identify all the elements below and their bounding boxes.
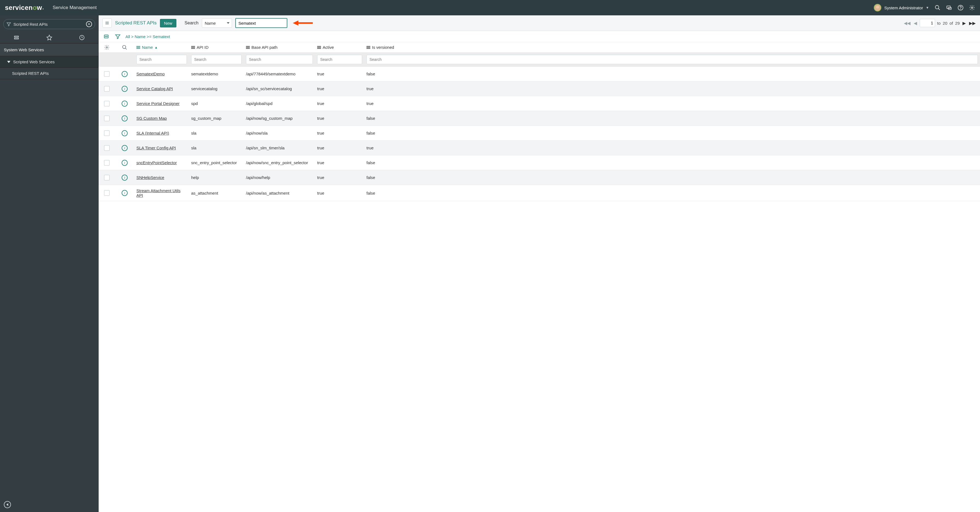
info-icon[interactable]: i [122, 190, 127, 196]
search-field-select[interactable]: Name [202, 18, 232, 28]
new-button[interactable]: New [160, 19, 177, 27]
row-versioned: false [364, 130, 980, 137]
row-api-id: snc_entry_point_selector [189, 159, 244, 166]
row-name-link[interactable]: SLA Timer Config API [137, 145, 176, 150]
info-icon[interactable]: i [122, 71, 127, 77]
info-icon[interactable]: i [122, 86, 127, 92]
row-name-link[interactable]: sncEntryPointSelector [137, 160, 177, 165]
row-checkbox[interactable] [104, 71, 110, 77]
nav-tab-favorites[interactable] [33, 32, 66, 43]
info-icon[interactable]: i [122, 160, 127, 166]
row-versioned: false [364, 174, 980, 181]
row-checkbox[interactable] [104, 131, 110, 136]
nav-tab-all[interactable] [0, 32, 33, 43]
personalize-list-icon[interactable] [104, 45, 110, 50]
page-input[interactable] [920, 19, 935, 27]
row-checkbox[interactable] [104, 175, 110, 180]
global-header: servicenow. Service Management System Ad… [0, 0, 980, 15]
svg-point-18 [123, 45, 126, 48]
col-header-name[interactable]: Name▲ [134, 44, 189, 51]
info-icon[interactable]: i [122, 145, 127, 151]
user-menu[interactable]: System Administrator ▼ [874, 4, 929, 11]
row-base-path: /api/now/snc_entry_point_selector [244, 159, 315, 166]
row-name-link[interactable]: SematextDemo [137, 72, 165, 76]
col-search-versioned[interactable] [366, 55, 978, 64]
first-page-button[interactable]: ◀◀ [903, 21, 911, 26]
table-row: iSematextDemosematextdemo/api/778449/sem… [99, 67, 980, 81]
table-row: iStream Attachment Utils APIas_attachmen… [99, 185, 980, 201]
info-icon[interactable]: i [122, 175, 127, 180]
info-icon[interactable]: i [122, 100, 127, 107]
breadcrumb: All>Name >= Sematext [126, 34, 170, 39]
annotation-arrow [293, 20, 313, 26]
prev-page-button[interactable]: ◀ [913, 21, 918, 26]
brand-logo[interactable]: servicenow. [5, 4, 44, 11]
row-base-path: /api/now/help [244, 174, 315, 181]
nav-section-system-web-services[interactable]: System Web Services [0, 43, 98, 56]
col-header-active[interactable]: Active [315, 44, 364, 51]
row-name-link[interactable]: Service Catalog API [137, 86, 173, 91]
col-search-name[interactable] [137, 55, 187, 64]
pag-to-label: to [937, 21, 941, 26]
activity-stream-icon[interactable] [102, 33, 110, 40]
col-header-base-path[interactable]: Base API path [244, 44, 315, 51]
row-name-link[interactable]: SLA (Internal API) [137, 131, 169, 136]
row-checkbox[interactable] [104, 160, 110, 166]
collapse-nav-button[interactable] [4, 501, 11, 508]
info-icon[interactable]: i [122, 130, 127, 136]
table-row: iSNHelpServicehelp/api/now/helptruefalse [99, 170, 980, 185]
row-versioned: false [364, 190, 980, 196]
col-search-api-id[interactable] [191, 55, 242, 64]
row-checkbox[interactable] [104, 145, 110, 151]
info-icon[interactable]: i [122, 115, 127, 121]
svg-rect-7 [14, 36, 18, 37]
breadcrumb-all[interactable]: All [126, 34, 130, 39]
row-checkbox[interactable] [104, 190, 110, 196]
navigator-filter-input[interactable] [13, 22, 84, 27]
header-search-icon[interactable] [122, 45, 127, 50]
table-header: Name▲ API ID Base API path Active Is ver… [99, 42, 980, 53]
row-active: true [315, 130, 364, 137]
row-base-path: /api/now/sla [244, 130, 315, 137]
search-icon[interactable] [934, 5, 940, 11]
nav-item-scripted-rest-apis[interactable]: Scripted REST APIs [0, 68, 98, 79]
row-name-link[interactable]: SNHelpService [137, 175, 164, 180]
list-menu-button[interactable] [102, 18, 112, 28]
row-active: true [315, 144, 364, 151]
row-checkbox[interactable] [104, 116, 110, 121]
col-header-active-label: Active [323, 45, 334, 49]
nav-tab-history[interactable] [65, 32, 98, 43]
table-row: iService Portal Designerspd/api/global/s… [99, 96, 980, 111]
list-title[interactable]: Scripted REST APIs [115, 20, 157, 26]
row-api-id: as_attachment [189, 190, 244, 196]
help-icon[interactable] [958, 5, 964, 11]
row-api-id: sla [189, 144, 244, 151]
filter-icon [6, 22, 11, 27]
list-toolbar: Scripted REST APIs New Search Name ◀◀ ◀ … [99, 15, 980, 31]
row-checkbox[interactable] [104, 101, 110, 106]
breadcrumb-filter[interactable]: Name >= Sematext [134, 34, 170, 39]
clear-filter-button[interactable] [86, 21, 92, 27]
nav-group-scripted-web-services[interactable]: Scripted Web Services [0, 56, 98, 68]
row-name-link[interactable]: SG Custom Map [137, 116, 167, 121]
col-header-api-id[interactable]: API ID [189, 44, 244, 51]
next-page-button[interactable]: ▶ [962, 21, 966, 26]
column-search-row [99, 53, 980, 67]
row-name-link[interactable]: Stream Attachment Utils API [137, 188, 180, 198]
table-row: iSG Custom Mapsg_custom_map/api/now/sg_c… [99, 111, 980, 126]
col-search-active[interactable] [317, 55, 362, 64]
search-label: Search [185, 21, 199, 26]
last-page-button[interactable]: ▶▶ [969, 21, 976, 26]
col-header-versioned[interactable]: Is versioned [364, 44, 980, 51]
search-input[interactable] [235, 18, 287, 28]
col-search-base-path[interactable] [246, 55, 313, 64]
pag-total: 29 [955, 21, 960, 26]
filter-toggle-icon[interactable] [114, 33, 122, 40]
settings-icon[interactable] [969, 5, 975, 11]
chat-icon[interactable] [946, 5, 952, 11]
col-header-versioned-label: Is versioned [372, 45, 394, 49]
row-checkbox[interactable] [104, 86, 110, 91]
sort-asc-icon: ▲ [154, 46, 158, 49]
row-api-id: sg_custom_map [189, 115, 244, 122]
row-name-link[interactable]: Service Portal Designer [137, 101, 180, 106]
